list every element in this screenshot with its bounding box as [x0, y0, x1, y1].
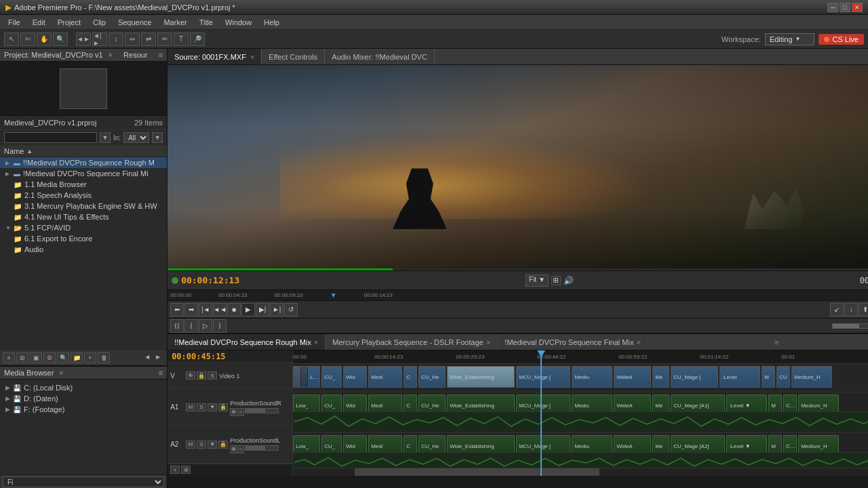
new-bin-btn[interactable]: 📁 [71, 352, 83, 363]
search-filter-btn[interactable]: ▼ [100, 132, 111, 143]
project-tab[interactable]: Project: Medieval_DVCPro v1 × [4, 51, 113, 59]
timeline-ruler[interactable]: 00:00 00:00:14:23 00:00:29:23 00:00:44:2… [293, 350, 868, 364]
tab-audio-mixer[interactable]: Audio Mixer: !!Medieval DVC [325, 49, 435, 64]
menu-marker[interactable]: Marker [158, 17, 192, 28]
resources-tab[interactable]: Resour [123, 51, 147, 59]
audio2-sub-btn1[interactable]: ⊕ [230, 445, 237, 453]
search-input[interactable] [4, 132, 97, 143]
timeline-panel-menu[interactable]: ≡ [770, 338, 783, 346]
audio2-solo-btn[interactable]: S [197, 441, 206, 449]
btn-goto-out[interactable]: ►| [270, 303, 283, 317]
audio-expand-btn[interactable]: ▼ [208, 403, 217, 411]
audio2-sub-btn2[interactable]: ○ [237, 445, 244, 453]
audio-solo-btn[interactable]: S [197, 403, 206, 411]
tool-roll[interactable]: ◄|► [92, 33, 107, 46]
panel-nav-left[interactable]: ◄ [144, 353, 153, 363]
video-clip[interactable]: WideA [614, 366, 651, 388]
video-clip[interactable]: Medium_H [791, 366, 832, 388]
timeline-scrollbar[interactable] [293, 468, 868, 476]
media-browser-close[interactable]: × [59, 369, 63, 377]
project-tab-close[interactable]: × [108, 51, 113, 59]
btn-mark-in[interactable]: ⬅ [170, 303, 184, 317]
video-clip[interactable]: C [403, 366, 417, 388]
video-clip[interactable]: Wide_Establishing [447, 366, 515, 388]
source-volume-icon[interactable]: 🔊 [564, 276, 574, 285]
btn-goto-in[interactable]: |◄ [199, 303, 212, 317]
video-clip[interactable]: Wid [343, 366, 367, 388]
source-safe-btn[interactable]: ⊞ [551, 276, 561, 285]
new-item-btn[interactable]: + [84, 352, 96, 363]
tool-type[interactable]: T [174, 33, 189, 46]
menu-project[interactable]: Project [52, 17, 86, 28]
tool-select[interactable]: ↖ [4, 33, 19, 46]
source-timecode-in[interactable]: 00:00:12:13 [181, 275, 239, 285]
maximize-button[interactable]: □ [840, 3, 850, 12]
btn-play-stop[interactable]: ■ [227, 303, 241, 317]
search-magnify[interactable]: ▼ [152, 132, 163, 143]
media-browser-tab[interactable]: Media Browser × [4, 369, 64, 377]
mercury-tab-close[interactable]: × [486, 338, 490, 346]
workspace-dropdown[interactable]: Editing ▼ [765, 33, 815, 45]
menu-edit[interactable]: Edit [27, 17, 51, 28]
project-panel-menu[interactable]: ≡ [159, 51, 163, 59]
video-track-lock[interactable]: 🔒 [197, 371, 206, 380]
btn-export[interactable]: ⬆ [859, 303, 868, 317]
tool-razor[interactable]: ✄ [20, 33, 35, 46]
btn-jkl-4[interactable]: ⟩ [213, 319, 226, 333]
tab-final-mix[interactable]: !Medieval DVCPro Sequence Final Mix × [498, 334, 648, 350]
tool-pen[interactable]: ✏ [157, 33, 172, 46]
audio2-level-knob[interactable] [245, 445, 279, 451]
icon-view-btn[interactable]: ⊞ [16, 352, 28, 363]
track-settings-btn[interactable]: ⚙ [181, 466, 191, 474]
menu-clip[interactable]: Clip [87, 17, 111, 28]
btn-jkl-1[interactable]: ⟨⟨ [170, 319, 184, 333]
video-clip[interactable]: M [762, 366, 775, 388]
source-audio-slider[interactable] [832, 323, 868, 329]
menu-window[interactable]: Window [220, 17, 257, 28]
minimize-button[interactable]: ─ [827, 3, 838, 12]
delete-btn[interactable]: 🗑 [98, 352, 110, 363]
automate-btn[interactable]: ⚙ [43, 352, 56, 363]
audio2-mute-btn[interactable]: M [186, 441, 195, 449]
close-button[interactable]: ✕ [852, 3, 863, 12]
video-clip[interactable]: CU [776, 366, 790, 388]
menu-title[interactable]: Title [194, 17, 218, 28]
find-btn[interactable]: 🔍 [57, 352, 69, 363]
cs-live-button[interactable]: CS Live [818, 34, 864, 45]
list-item[interactable]: 📁 1.1 Media Browser [0, 179, 167, 190]
btn-step-back[interactable]: ◄◄ [213, 303, 226, 317]
video-track-sync[interactable]: S [208, 371, 217, 380]
tab-source-fx[interactable]: Source: 0001FX.MXF × [167, 49, 262, 64]
video-clip[interactable]: Medi [368, 366, 402, 388]
audio2-lock-btn[interactable]: 🔒 [218, 441, 228, 449]
audio2-expand-btn[interactable]: ▼ [208, 441, 217, 449]
list-item[interactable]: ▶ 💾 F: (Footage) [3, 404, 164, 415]
tab-effect-controls[interactable]: Effect Controls [262, 49, 325, 64]
tab-mercury-playback[interactable]: Mercury Playback Sequence - DSLR Footage… [326, 334, 498, 350]
list-item[interactable]: ▶ 💾 C: (Local Disk) [3, 382, 164, 393]
audio-lock-btn[interactable]: 🔒 [218, 403, 228, 411]
video-clip[interactable]: Me [652, 366, 669, 388]
video-clip[interactable]: CU_ [321, 366, 342, 388]
list-item[interactable]: 📁 3.1 Mercury Playback Engine SW & HW [0, 201, 167, 211]
tool-slip[interactable]: ⇔ [125, 33, 140, 46]
video-clip[interactable]: CU_Mage [ [671, 366, 718, 388]
audio-mute-btn[interactable]: M [186, 403, 195, 411]
btn-mark-out[interactable]: ➡ [184, 303, 198, 317]
tool-ripple[interactable]: ◄► [76, 33, 91, 46]
timeline-playhead[interactable] [540, 350, 542, 363]
tool-search[interactable]: 🔎 [190, 33, 205, 46]
list-item[interactable]: ▼ 📂 5.1 FCP/AVID [0, 222, 167, 233]
source-fit-dropdown[interactable]: Fit ▼ [526, 274, 549, 287]
source-tab-close[interactable]: × [250, 53, 254, 61]
btn-step-fwd[interactable]: ▶| [256, 303, 269, 317]
tab-rough-mix[interactable]: !!Medieval DVCPro Sequence Rough Mix × [167, 334, 326, 350]
video-clip[interactable]: Low_ [293, 366, 320, 388]
timeline-scroll-thumb[interactable] [355, 468, 600, 476]
list-item[interactable]: ▶ ▬ !Medieval DVCPro Sequence Final Mi [0, 168, 167, 179]
video-track-eye[interactable]: 👁 [186, 371, 195, 380]
add-track-btn[interactable]: + [170, 466, 180, 474]
btn-overwrite[interactable]: ↓ [844, 303, 858, 317]
menu-file[interactable]: File [3, 17, 26, 28]
audio1-sub-btn1[interactable]: ⊕ [230, 408, 237, 416]
